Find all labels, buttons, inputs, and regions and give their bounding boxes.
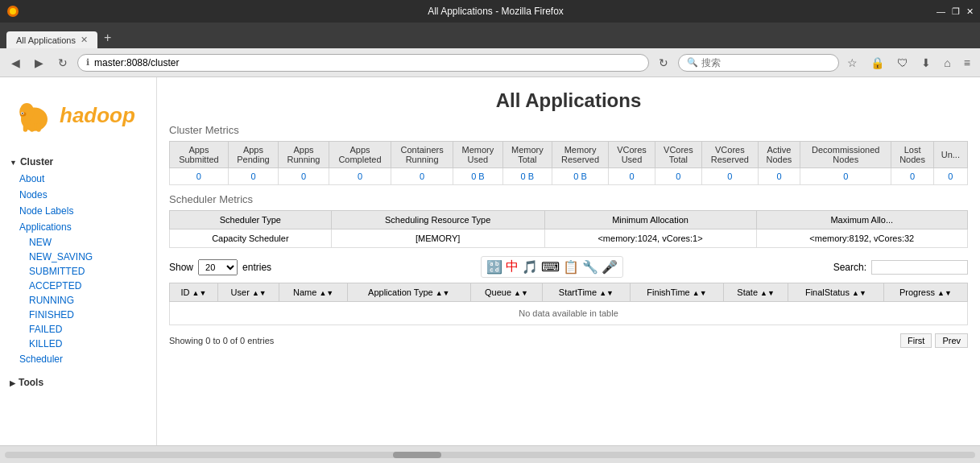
toolbar-icon-wrench[interactable]: 🔧: [582, 259, 598, 275]
scheduler-metrics-title: Scheduler Metrics: [169, 193, 968, 205]
val-decommissioned-nodes[interactable]: 0: [800, 168, 891, 185]
search-control: Search:: [833, 260, 968, 275]
sidebar-cluster-header[interactable]: Cluster: [0, 153, 156, 171]
toolbar-icon-chinese[interactable]: 中: [506, 258, 519, 275]
val-scheduler-type: Capacity Scheduler: [170, 229, 332, 248]
browser-titlebar: All Applications - Mozilla Firefox — ❐ ✕: [0, 0, 980, 23]
sidebar-tools-header[interactable]: Tools: [0, 374, 156, 391]
firefox-icon: [6, 5, 19, 18]
val-apps-completed[interactable]: 0: [329, 168, 391, 185]
address-input[interactable]: [94, 57, 640, 68]
sidebar-item-about[interactable]: About: [0, 171, 156, 187]
tools-label: Tools: [19, 377, 43, 388]
toolbar-icon-copy[interactable]: 📋: [563, 259, 579, 275]
sidebar-applications-header[interactable]: Applications: [0, 219, 156, 235]
page-content: hadoop Cluster About Nodes Node Labels A…: [0, 77, 980, 445]
val-memory-reserved[interactable]: 0 B: [552, 168, 609, 185]
val-vcores-total[interactable]: 0: [655, 168, 701, 185]
cluster-metrics-title: Cluster Metrics: [169, 124, 968, 136]
app-search-input[interactable]: [871, 260, 968, 275]
toolbar-icon-1[interactable]: 🔡: [486, 259, 502, 275]
col-user: User ▲▼: [218, 283, 279, 302]
menu-icon[interactable]: ≡: [961, 55, 974, 71]
back-button[interactable]: ◀: [6, 55, 25, 71]
val-active-nodes[interactable]: 0: [758, 168, 800, 185]
sidebar-item-new-saving[interactable]: NEW_SAVING: [0, 250, 156, 264]
hadoop-text: hadoop: [60, 103, 135, 128]
sidebar-item-node-labels[interactable]: Node Labels: [0, 203, 156, 219]
sidebar-logo: hadoop: [0, 85, 156, 150]
col-state: State ▲▼: [724, 283, 788, 302]
app-table: ID ▲▼ User ▲▼ Name ▲▼ Application Type ▲…: [169, 283, 968, 325]
val-apps-submitted[interactable]: 0: [170, 168, 229, 185]
browser-navbar: ◀ ▶ ↻ ℹ ↻ 🔍 ☆ 🔒 🛡 ⬇ ⌂ ≡: [0, 48, 980, 77]
sidebar-item-failed[interactable]: FAILED: [0, 322, 156, 337]
sidebar-item-finished[interactable]: FINISHED: [0, 308, 156, 322]
download-icon[interactable]: ⬇: [918, 55, 934, 71]
val-vcores-reserved[interactable]: 0: [701, 168, 758, 185]
sidebar-item-submitted[interactable]: SUBMITTED: [0, 264, 156, 279]
finalstatus-sort-icon: ▲▼: [852, 289, 866, 297]
search-bar[interactable]: 🔍: [678, 54, 839, 72]
refresh-icon[interactable]: ↻: [654, 55, 673, 71]
entries-label: entries: [242, 262, 271, 273]
col-memory-used: MemoryUsed: [453, 142, 502, 168]
val-maximum-allocation: <memory:8192, vCores:32: [756, 229, 967, 248]
sidebar-item-scheduler[interactable]: Scheduler: [0, 351, 156, 367]
val-vcores-used[interactable]: 0: [609, 168, 655, 185]
scheduler-metrics-table: Scheduler Type Scheduling Resource Type …: [169, 210, 968, 248]
lock-icon[interactable]: 🔒: [867, 55, 887, 71]
sidebar-item-running[interactable]: RUNNING: [0, 293, 156, 308]
val-apps-pending[interactable]: 0: [228, 168, 278, 185]
col-decommissioned-nodes: DecommissionedNodes: [800, 142, 891, 168]
hadoop-elephant-icon: [12, 93, 56, 138]
search-input[interactable]: [701, 57, 830, 68]
bookmark-icon[interactable]: ☆: [844, 55, 861, 71]
entries-select[interactable]: 20 50 100: [198, 259, 238, 275]
no-data-row: No data available in table: [170, 302, 968, 325]
browser-action-icons: ☆ 🔒 🛡 ⬇ ⌂ ≡: [844, 55, 974, 71]
sidebar-item-new[interactable]: NEW: [0, 235, 156, 250]
sidebar-item-nodes[interactable]: Nodes: [0, 187, 156, 203]
sidebar-item-killed[interactable]: KILLED: [0, 337, 156, 351]
val-containers-running[interactable]: 0: [391, 168, 453, 185]
forward-button[interactable]: ▶: [30, 55, 48, 71]
col-vcores-reserved: VCoresReserved: [701, 142, 758, 168]
col-apps-completed: AppsCompleted: [329, 142, 391, 168]
node-labels-label: Node Labels: [19, 205, 73, 217]
toolbar-icon-mic[interactable]: 🎤: [602, 259, 618, 275]
col-memory-total: MemoryTotal: [502, 142, 552, 168]
scrollbar-thumb[interactable]: [393, 452, 441, 458]
val-memory-used[interactable]: 0 B: [453, 168, 502, 185]
scheduler-metrics-row: Capacity Scheduler [MEMORY] <memory:1024…: [170, 229, 968, 248]
close-button[interactable]: ✕: [966, 6, 974, 17]
val-memory-total[interactable]: 0 B: [502, 168, 552, 185]
first-button[interactable]: First: [900, 333, 932, 348]
tab-title: All Applications: [16, 35, 76, 45]
val-lost-nodes[interactable]: 0: [891, 168, 933, 185]
col-vcores-total: VCoresTotal: [655, 142, 701, 168]
address-bar[interactable]: ℹ: [77, 54, 649, 72]
val-unhealthy-nodes[interactable]: 0: [933, 168, 967, 185]
restore-button[interactable]: ❐: [952, 6, 960, 17]
toolbar-icon-music[interactable]: 🎵: [522, 259, 538, 275]
prev-button[interactable]: Prev: [935, 333, 968, 348]
reload-button[interactable]: ↻: [53, 55, 72, 71]
svg-rect-5: [23, 123, 28, 132]
new-tab-button[interactable]: +: [97, 27, 118, 48]
col-vcores-used: VCoresUsed: [609, 142, 655, 168]
tab-close-button[interactable]: ✕: [81, 35, 88, 45]
scrollbar-track: [5, 452, 975, 458]
shield-icon[interactable]: 🛡: [894, 55, 912, 71]
minimize-button[interactable]: —: [937, 6, 945, 17]
horizontal-scrollbar[interactable]: [0, 445, 980, 463]
browser-tab[interactable]: All Applications ✕: [6, 31, 97, 48]
svg-rect-6: [30, 123, 35, 132]
sidebar-tools-section: Tools: [0, 370, 156, 395]
home-icon[interactable]: ⌂: [941, 55, 953, 71]
val-apps-running[interactable]: 0: [279, 168, 329, 185]
no-data-cell: No data available in table: [170, 302, 968, 325]
sidebar-item-accepted[interactable]: ACCEPTED: [0, 279, 156, 293]
toolbar-icon-keyboard[interactable]: ⌨: [541, 259, 560, 275]
col-minimum-allocation: Minimum Allocation: [544, 211, 756, 229]
